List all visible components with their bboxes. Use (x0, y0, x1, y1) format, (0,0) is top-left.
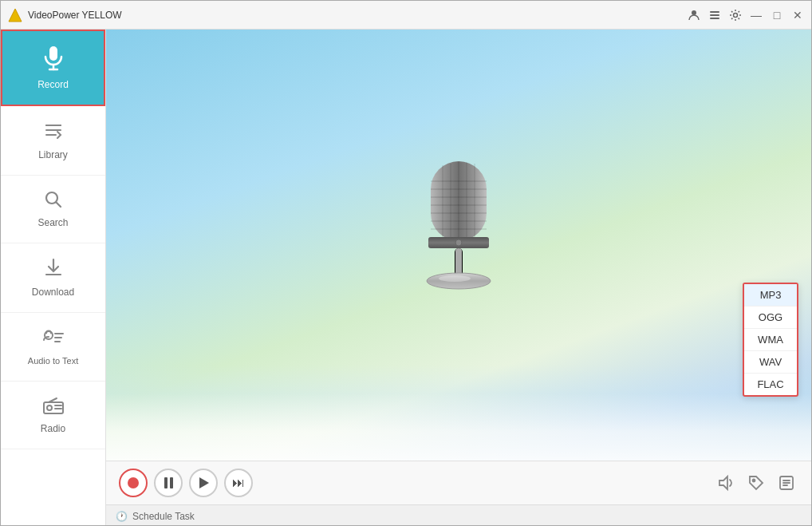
download-icon (44, 258, 63, 282)
record-dot (128, 477, 139, 488)
menu-icon-btn[interactable] (708, 8, 722, 22)
library-icon (43, 121, 64, 144)
schedule-icon: 🕐 (116, 511, 128, 522)
play-button[interactable] (189, 469, 218, 497)
svg-line-14 (56, 203, 61, 208)
transport-bar: ⏭ (106, 461, 811, 504)
format-options-panel: MP3 OGG WMA WAV FLAC (743, 283, 798, 397)
clouds-decoration (106, 365, 811, 461)
volume-button[interactable] (714, 471, 738, 495)
sidebar-radio-label: Radio (41, 423, 65, 434)
format-option-wav[interactable]: WAV (744, 351, 797, 374)
audio-to-text-icon (42, 327, 65, 351)
svg-rect-3 (710, 14, 719, 16)
svg-point-5 (734, 13, 738, 17)
user-icon-btn[interactable] (687, 8, 701, 22)
microphone-illustration (407, 157, 510, 317)
sidebar-item-library[interactable]: Library (1, 106, 105, 176)
sidebar-search-label: Search (37, 217, 68, 228)
svg-marker-0 (9, 9, 22, 22)
svg-marker-45 (719, 477, 727, 489)
pause-icon (164, 477, 173, 488)
sidebar-item-search[interactable]: Search (1, 176, 105, 243)
record-button[interactable] (119, 469, 148, 497)
app-logo (7, 7, 23, 23)
format-option-flac[interactable]: FLAC (744, 374, 797, 395)
main-canvas: MP3 OGG WMA WAV FLAC (106, 30, 811, 461)
format-option-ogg[interactable]: OGG (744, 307, 797, 329)
status-bar: 🕐 Schedule Task (106, 504, 811, 526)
svg-point-40 (455, 239, 462, 246)
mic-icon (43, 45, 64, 74)
sidebar: Record Library (1, 30, 106, 526)
sidebar-record-label: Record (37, 79, 69, 90)
schedule-text[interactable]: Schedule Task (132, 511, 195, 522)
pause-button[interactable] (154, 469, 183, 497)
svg-rect-6 (49, 46, 57, 61)
svg-point-44 (439, 275, 471, 282)
format-option-wma[interactable]: WMA (744, 329, 797, 351)
sidebar-download-label: Download (32, 287, 74, 298)
svg-point-46 (753, 480, 755, 482)
main-layout: Record Library (1, 30, 811, 526)
list-button[interactable] (775, 471, 798, 495)
sidebar-library-label: Library (38, 149, 68, 160)
search-icon (44, 190, 63, 212)
skip-icon: ⏭ (232, 476, 245, 490)
svg-point-1 (692, 10, 696, 15)
content-area: MP3 OGG WMA WAV FLAC (106, 30, 811, 526)
mic-svg (407, 157, 510, 317)
sidebar-item-download[interactable]: Download (1, 243, 105, 313)
svg-point-22 (47, 405, 52, 410)
settings-icon-btn[interactable] (728, 8, 743, 22)
svg-rect-2 (710, 11, 719, 13)
titlebar: VideoPower YELLOW — □ ✕ (1, 1, 811, 30)
play-icon (199, 477, 209, 488)
svg-rect-4 (710, 18, 719, 19)
sidebar-item-record[interactable]: Record (1, 30, 105, 106)
transport-right-controls (714, 471, 798, 495)
radio-icon (42, 396, 65, 418)
tag-button[interactable] (744, 471, 768, 495)
sidebar-audio-text-label: Audio to Text (28, 356, 78, 366)
close-btn[interactable]: ✕ (790, 8, 805, 22)
maximize-btn[interactable]: □ (770, 8, 784, 22)
minimize-btn[interactable]: — (749, 8, 763, 22)
app-title: VideoPower YELLOW (28, 10, 687, 21)
sidebar-item-audio-to-text[interactable]: Audio to Text (1, 313, 105, 382)
format-option-mp3[interactable]: MP3 (744, 284, 797, 307)
skip-button[interactable]: ⏭ (224, 469, 253, 497)
sidebar-item-radio[interactable]: Radio (1, 382, 105, 449)
window-controls: — □ ✕ (687, 8, 805, 22)
